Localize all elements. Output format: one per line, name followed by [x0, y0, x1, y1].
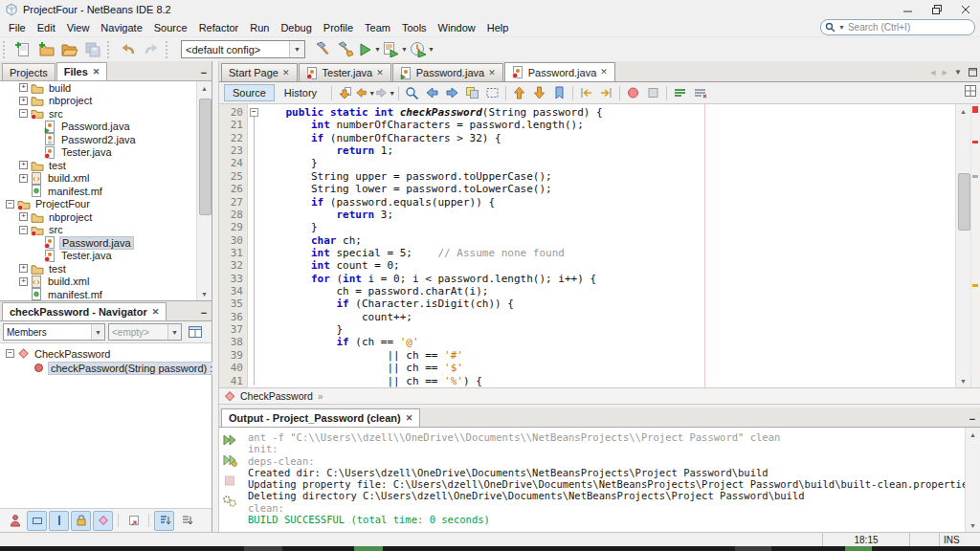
rectangular-selection-button[interactable] [482, 84, 502, 102]
code-line[interactable]: public static int checkPassword(String p… [260, 106, 955, 119]
tree-item-tester-java[interactable]: Tester.java [0, 146, 197, 160]
breadcrumb-item[interactable]: CheckPassword [240, 390, 313, 402]
tree-item-test[interactable]: +test [0, 159, 197, 172]
close-icon[interactable]: ✕ [488, 69, 496, 77]
scroll-down-icon[interactable]: ▼ [956, 374, 970, 387]
warning-mark[interactable] [972, 284, 978, 287]
tree-item-password2-java[interactable]: Password2.java [0, 133, 197, 146]
show-inherited-members-button[interactable] [5, 511, 25, 531]
output-scrollbar[interactable]: ▲ ▼ [965, 428, 980, 532]
next-occurrence-button[interactable] [442, 84, 462, 102]
code-text[interactable]: public static int checkPassword(String p… [260, 104, 955, 387]
fold-collapse-icon[interactable]: − [250, 108, 258, 117]
editor-tab-start-page[interactable]: Start Page✕ [221, 63, 298, 81]
last-edit-location-button[interactable] [335, 84, 355, 102]
close-icon[interactable]: ✕ [406, 414, 413, 423]
code-line[interactable]: if (Character.isDigit(ch)) { [260, 298, 955, 310]
minimize-button[interactable] [894, 0, 923, 19]
code-line[interactable]: if (numberOfCharacters > 32) { [260, 132, 955, 144]
split-editor-icon[interactable] [965, 85, 976, 97]
clean-and-build-button[interactable] [334, 38, 357, 60]
source-view-button[interactable]: Source [224, 84, 275, 101]
tree-item-password-java[interactable]: Password.java [0, 121, 197, 134]
error-stripe[interactable] [970, 104, 980, 387]
navigator-item[interactable]: −CheckPassword [0, 346, 212, 361]
config-combobox[interactable]: <default config>▼ [181, 40, 305, 58]
tree-item-build[interactable]: +build [0, 81, 197, 95]
minimize-navigator-button[interactable]: − [196, 305, 212, 320]
sort-by-name-button[interactable] [154, 511, 174, 531]
code-line[interactable]: int numberOfCharacters = password.length… [260, 119, 955, 131]
scroll-down-icon[interactable]: ▼ [966, 518, 980, 532]
build-button[interactable] [311, 38, 334, 60]
code-line[interactable]: int special = 5; // Assume none found [260, 247, 955, 259]
code-line[interactable]: count++; [260, 311, 955, 323]
code-line[interactable]: char ch; [260, 234, 955, 247]
scroll-thumb[interactable] [958, 173, 970, 231]
redo-button[interactable] [140, 38, 163, 60]
code-line[interactable]: String upper = password.toUpperCase(); [260, 170, 955, 183]
chevron-down-icon[interactable]: ▼ [289, 41, 304, 57]
expand-icon[interactable]: + [19, 161, 28, 169]
show-fields-button[interactable] [27, 511, 47, 531]
tree-item-tester-java[interactable]: Tester.java [0, 250, 197, 263]
shift-line-left-button[interactable] [576, 84, 596, 102]
code-line[interactable]: if (password.equals(upper)) { [260, 196, 955, 209]
close-icon[interactable]: ✕ [152, 308, 160, 317]
menu-navigate[interactable]: Navigate [95, 20, 147, 35]
tree-item-manifest-mf[interactable]: manifest.mf [0, 185, 197, 198]
code-line[interactable]: || ch == '%') { [260, 375, 955, 387]
code-line[interactable]: } [260, 157, 955, 169]
open-project-button[interactable] [58, 38, 81, 60]
dock-splitter[interactable] [212, 61, 219, 532]
expand-icon[interactable]: + [19, 174, 28, 183]
tab-projects[interactable]: Projects [2, 63, 56, 80]
code-line[interactable]: int count = 0; [260, 259, 955, 272]
menu-help[interactable]: Help [481, 20, 515, 35]
menu-source[interactable]: Source [148, 20, 193, 35]
tree-item-src[interactable]: −src [0, 107, 197, 121]
sort-by-source-button[interactable] [176, 511, 196, 531]
code-line[interactable]: } [260, 221, 955, 233]
menu-refactor[interactable]: Refactor [193, 20, 245, 35]
editor-tab-password-java[interactable]: Password.java✕ [504, 62, 615, 81]
code-editor[interactable]: 2021222324252627282930313233343536373839… [219, 104, 980, 388]
code-line[interactable]: || ch == '#' [260, 349, 955, 362]
code-line[interactable]: for (int i = 0; i < password.length(); i… [260, 273, 955, 285]
find-selection-button[interactable] [402, 84, 422, 102]
menu-run[interactable]: Run [244, 20, 275, 35]
scroll-up-icon[interactable]: ▲ [197, 81, 212, 95]
tab-navigator[interactable]: checkPassword - Navigator✕ [2, 302, 167, 320]
rerun-with-options-button[interactable] [221, 452, 238, 468]
show-static-members-button[interactable] [49, 511, 69, 531]
collapse-icon[interactable]: − [19, 226, 28, 234]
restore-button[interactable] [923, 0, 951, 19]
expand-icon[interactable]: + [19, 277, 28, 286]
forward-button[interactable]: ▼ [375, 84, 395, 102]
file-tree-scrollbar[interactable]: ▲ ▼ [196, 81, 212, 300]
close-icon[interactable]: ✕ [282, 69, 290, 77]
chevron-down-icon[interactable]: ▼ [389, 90, 395, 97]
show-position-button[interactable] [93, 511, 113, 531]
close-icon[interactable]: ✕ [600, 68, 608, 77]
menu-tools[interactable]: Tools [396, 20, 433, 35]
profile-button[interactable]: ▼ [409, 38, 435, 60]
code-line[interactable]: return 1; [260, 144, 955, 157]
undo-button[interactable] [117, 38, 140, 60]
collapse-icon[interactable]: − [6, 200, 14, 209]
expand-icon[interactable]: + [19, 264, 28, 273]
tab-list-caret-icon[interactable]: ▼ [954, 68, 962, 77]
new-project-button[interactable] [35, 38, 58, 60]
code-line[interactable]: || ch == '$' [260, 362, 955, 374]
minimize-explorer-button[interactable]: − [196, 65, 212, 80]
navigator-item[interactable]: checkPassword(String password) : int [0, 361, 212, 375]
collapse-icon[interactable]: − [6, 349, 14, 358]
tree-item-manifest-mf[interactable]: manifest.mf [0, 288, 197, 300]
new-file-button[interactable] [12, 38, 35, 60]
filter-select[interactable]: <empty>▼ [108, 323, 182, 341]
code-line[interactable]: return 3; [260, 209, 955, 221]
chevron-down-icon[interactable]: ▼ [401, 46, 408, 53]
chevron-down-icon[interactable]: ▼ [374, 46, 381, 53]
scroll-thumb[interactable] [199, 99, 212, 215]
scroll-up-icon[interactable]: ▲ [956, 104, 970, 118]
